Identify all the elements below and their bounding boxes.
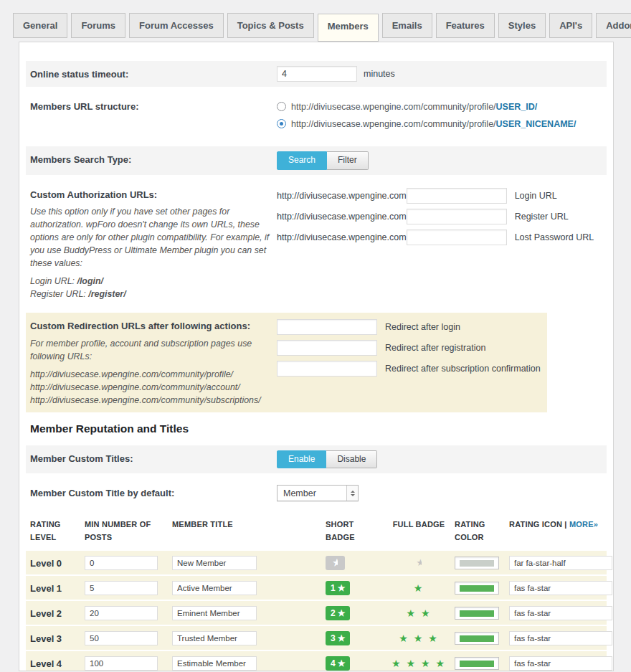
header-min-posts: MIN NUMBER OF POSTS: [82, 519, 169, 544]
reputation-table: RATING LEVEL MIN NUMBER OF POSTS MEMBER …: [26, 513, 607, 671]
online-status-timeout-row: Online status timeout: minutes: [26, 61, 607, 87]
tab-forum-accesses[interactable]: Forum Accesses: [129, 13, 224, 38]
half-star-icon: ★: [333, 558, 338, 567]
tab-addons[interactable]: Addons: [596, 13, 631, 38]
member-custom-title-default-label: Member Custom Title by default:: [30, 485, 277, 500]
auth-url-input[interactable]: [407, 188, 507, 204]
rating-color-input[interactable]: [455, 657, 499, 670]
member-title-input[interactable]: [172, 556, 257, 570]
star-icon: ★: [338, 584, 346, 592]
level-label: Level 0: [30, 558, 62, 569]
auth-example-line: Login URL: /login/: [30, 275, 271, 288]
tab-styles[interactable]: Styles: [498, 13, 546, 38]
rating-icon-input[interactable]: [509, 656, 612, 671]
members-url-option-label: http://diviusecase.wpengine.com/communit…: [291, 118, 576, 131]
radio-button-icon[interactable]: [277, 102, 286, 111]
member-title-input[interactable]: [172, 631, 257, 645]
radio-button-icon[interactable]: [277, 119, 286, 128]
settings-panel: Online status timeout: minutes Members U…: [19, 42, 614, 671]
custom-authorization-description: Use this option only if you have set oth…: [30, 206, 277, 270]
tab-forums[interactable]: Forums: [71, 13, 125, 38]
auth-example-value: /register/: [88, 289, 125, 299]
rating-color-input[interactable]: [455, 582, 499, 595]
redirect-urls-list: http://diviusecase.wpengine.com/communit…: [30, 369, 277, 407]
members-url-option[interactable]: http://diviusecase.wpengine.com/communit…: [277, 101, 576, 114]
enable-toggle-button[interactable]: Enable: [277, 450, 326, 469]
auth-url-input[interactable]: [407, 229, 507, 245]
tab-general[interactable]: General: [13, 13, 67, 38]
filter-toggle-button[interactable]: Filter: [327, 151, 369, 170]
redirect-url-input[interactable]: [277, 361, 377, 377]
members-url-options: http://diviusecase.wpengine.com/communit…: [277, 98, 576, 135]
search-toggle-button[interactable]: Search: [277, 151, 327, 170]
member-title-input[interactable]: [172, 581, 257, 595]
reputation-table-row: Level 33 ★★ ★ ★: [26, 626, 607, 651]
level-label: Level 1: [30, 583, 62, 594]
header-full-badge: FULL BADGE: [386, 519, 452, 544]
member-custom-title-default-row: Member Custom Title by default: Member: [26, 480, 607, 506]
custom-redirection-description: For member profile, account and subscrip…: [30, 338, 277, 364]
tab-topics-posts[interactable]: Topics & Posts: [227, 13, 314, 38]
min-posts-input[interactable]: [85, 556, 158, 570]
redirect-url-line: http://diviusecase.wpengine.com/communit…: [30, 382, 271, 394]
header-member-title: MEMBER TITLE: [169, 519, 323, 544]
rating-icon-input[interactable]: [509, 556, 612, 570]
full-badge: ★ ★ ★ ★: [392, 658, 446, 669]
url-variable: USER_ID/: [496, 102, 538, 112]
short-badge: ★: [326, 556, 345, 570]
select-value: Member: [283, 488, 316, 498]
rating-icon-input[interactable]: [509, 581, 612, 595]
rating-color-bar: [460, 560, 494, 567]
rating-color-input[interactable]: [455, 607, 499, 620]
min-posts-input[interactable]: [85, 631, 158, 645]
full-badge: ★ ★ ★: [399, 633, 438, 644]
more-link[interactable]: MORE»: [569, 520, 598, 529]
custom-redirection-label: Custom Redirection URLs after following …: [30, 318, 277, 333]
tab-features[interactable]: Features: [436, 13, 495, 38]
redirect-field-row: Redirect after login: [277, 319, 541, 335]
reputation-table-header: RATING LEVEL MIN NUMBER OF POSTS MEMBER …: [26, 513, 607, 551]
members-search-type-row: Members Search Type: SearchFilter: [26, 146, 607, 175]
url-prefix-text: http://diviusecase.wpengine.com: [277, 191, 407, 201]
auth-field-row: http://diviusecase.wpengine.comLost Pass…: [277, 229, 594, 245]
members-search-type-label: Members Search Type:: [30, 151, 277, 166]
auth-field-label: Lost Password URL: [515, 232, 594, 242]
minutes-suffix: minutes: [364, 69, 395, 79]
rating-color-bar: [460, 635, 494, 642]
min-posts-input[interactable]: [85, 606, 158, 620]
redirect-url-input[interactable]: [277, 319, 377, 335]
rating-color-input[interactable]: [455, 557, 499, 569]
redirect-fields: Redirect after loginRedirect after regis…: [277, 318, 541, 407]
reputation-table-body: Level 0★★Level 11 ★★Level 22 ★★ ★Level 3…: [26, 551, 607, 671]
full-badge: ★: [414, 582, 424, 594]
min-posts-input[interactable]: [85, 656, 158, 671]
members-url-option[interactable]: http://diviusecase.wpengine.com/communit…: [277, 118, 576, 131]
member-custom-titles-label: Member Custom Titles:: [30, 450, 277, 465]
tab-emails[interactable]: Emails: [382, 13, 432, 38]
header-short-badge: SHORT BADGE: [323, 519, 386, 544]
rating-icon-input[interactable]: [509, 606, 612, 620]
member-custom-title-select[interactable]: Member: [277, 485, 359, 501]
redirect-field-row: Redirect after registration: [277, 340, 541, 356]
auth-field-label: Register URL: [515, 212, 569, 222]
url-prefix-text: http://diviusecase.wpengine.com: [277, 232, 407, 242]
min-posts-input[interactable]: [85, 581, 158, 595]
tab-members[interactable]: Members: [318, 14, 379, 42]
header-rating-icon-text: RATING ICON |: [509, 520, 567, 529]
rating-color-input[interactable]: [455, 632, 499, 645]
custom-redirection-row: Custom Redirection URLs after following …: [26, 313, 547, 412]
tab-api-s[interactable]: API's: [549, 13, 592, 38]
online-status-timeout-input[interactable]: [277, 66, 357, 82]
members-url-option-label: http://diviusecase.wpengine.com/communit…: [291, 101, 537, 114]
rating-color-bar: [460, 585, 494, 592]
auth-fields: http://diviusecase.wpengine.comLogin URL…: [277, 186, 594, 301]
member-title-input[interactable]: [172, 656, 257, 671]
disable-toggle-button[interactable]: Disable: [326, 450, 377, 469]
auth-url-input[interactable]: [407, 209, 507, 224]
member-title-input[interactable]: [172, 606, 257, 620]
rating-icon-input[interactable]: [509, 631, 612, 645]
redirect-url-line: http://diviusecase.wpengine.com/communit…: [30, 369, 271, 382]
redirect-url-input[interactable]: [277, 340, 377, 356]
full-badge: ★ ★: [407, 607, 432, 619]
level-label: Level 3: [30, 633, 62, 644]
